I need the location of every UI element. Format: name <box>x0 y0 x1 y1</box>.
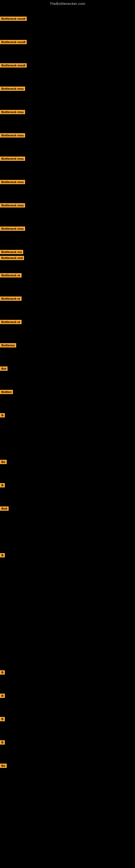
bottleneck-badge: B <box>0 740 5 745</box>
bottleneck-badge: Bottleneck resu <box>0 87 25 91</box>
bottleneck-badge: Bottlen <box>0 390 13 394</box>
bottleneck-badge: B <box>0 483 5 488</box>
bottleneck-badge: B <box>0 693 5 698</box>
bottleneck-badge: Bottleneck resu <box>0 110 25 114</box>
bottleneck-badge: Bottleneck re <box>0 320 21 324</box>
bottleneck-badge: Bottleneck result <box>0 40 27 44</box>
bottleneck-badge: Bottleneck res <box>0 250 23 254</box>
bottleneck-badge: Bottleneck resu <box>0 133 25 137</box>
bottleneck-badge: B <box>0 553 5 557</box>
site-title: TheBottlenecker.com <box>0 0 135 7</box>
bottleneck-badge: Bottleneck rest <box>0 256 24 260</box>
bottleneck-badge: Bottleneck re <box>0 273 21 278</box>
bottleneck-badge: Bot <box>0 367 8 371</box>
bottleneck-badge: Bottlenec <box>0 343 16 347</box>
bottleneck-badge: Bottleneck resu <box>0 156 25 161</box>
bottleneck-badge: B <box>0 413 5 417</box>
bottleneck-badge: B <box>0 670 5 675</box>
bottleneck-badge: Bo <box>0 460 7 464</box>
bottleneck-badge: Bottleneck result <box>0 17 27 21</box>
bottleneck-badge: Bottleneck resu <box>0 203 25 208</box>
bottleneck-badge: Bottleneck re <box>0 297 21 301</box>
bottleneck-badge: Bottleneck resu <box>0 180 25 184</box>
bottleneck-badge: Bott <box>0 506 9 511</box>
bottleneck-badge: Bottleneck resu <box>0 226 25 231</box>
bottleneck-badge: Bo <box>0 764 7 768</box>
bottleneck-badge: Bottleneck result <box>0 63 27 67</box>
bottleneck-badge: B <box>0 717 5 721</box>
